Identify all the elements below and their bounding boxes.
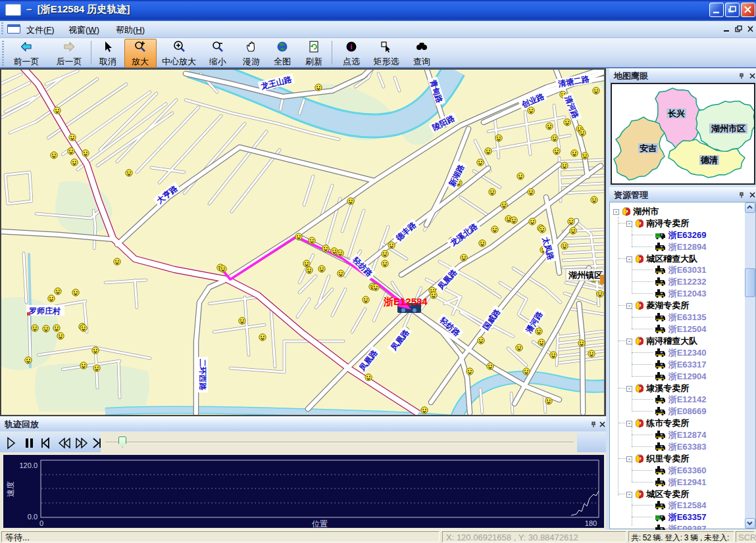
svg-text:湖州市区: 湖州市区 [711, 124, 745, 133]
svg-text:二环西路: 二环西路 [198, 359, 207, 391]
svg-text:德清: 德清 [700, 155, 718, 165]
svg-text:湖州镇区: 湖州镇区 [568, 270, 603, 280]
svg-text:0.0: 0.0 [28, 513, 38, 521]
svg-text:0: 0 [39, 519, 43, 527]
svg-text:i: i [350, 43, 352, 51]
svg-text:长兴: 长兴 [667, 108, 685, 118]
svg-text:120.0: 120.0 [19, 461, 38, 469]
svg-text:速度: 速度 [6, 481, 15, 497]
svg-text:罗师庄村: 罗师庄村 [28, 306, 61, 316]
svg-text:浙E12584: 浙E12584 [383, 296, 428, 307]
svg-text:安吉: 安吉 [640, 143, 657, 153]
svg-text:位置: 位置 [312, 519, 328, 528]
svg-text:180: 180 [585, 519, 597, 527]
